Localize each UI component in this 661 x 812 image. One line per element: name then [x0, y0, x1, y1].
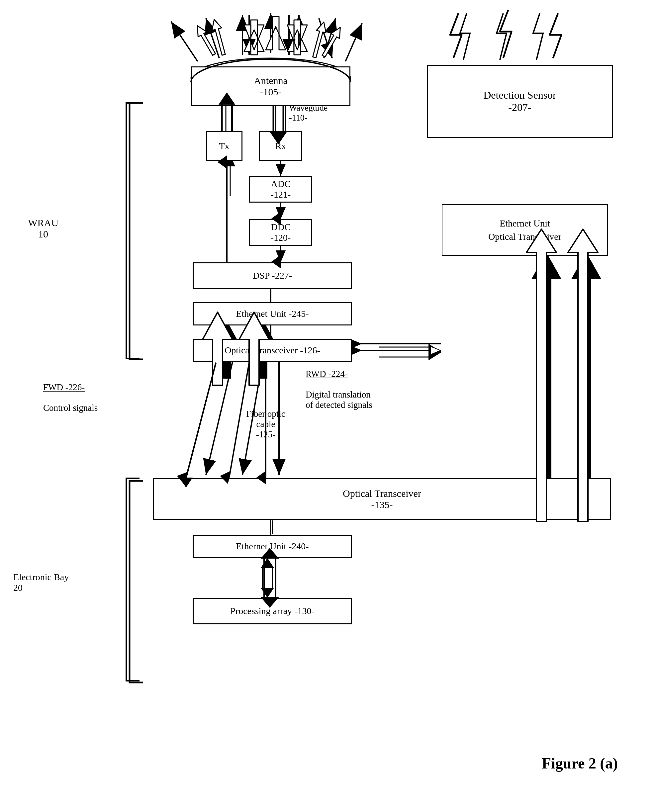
rx-label: Rx: [275, 141, 286, 152]
detection-sensor-box: Detection Sensor -207-: [427, 65, 613, 138]
svg-marker-52: [244, 25, 264, 55]
antenna-label: Antenna -105-: [254, 75, 287, 97]
svg-line-73: [186, 363, 216, 478]
svg-marker-50: [266, 17, 286, 50]
svg-marker-51: [287, 20, 307, 51]
optical-transceiver-135-label: Optical Transceiver -135-: [343, 488, 421, 510]
detection-sensor-label: Detection Sensor -207-: [483, 89, 556, 113]
fiber-optic-label: Fiber optic cable -125-: [233, 399, 299, 440]
svg-marker-81: [527, 229, 556, 522]
svg-line-15: [319, 18, 332, 58]
ethernet-optical-transceiver-box: Ethernet Unit Optical Transceiver: [442, 204, 608, 256]
ddc-label: DDC -120-: [271, 222, 291, 243]
ddc-box: DDC -120-: [249, 219, 312, 246]
adc-label: ADC -121-: [271, 179, 291, 200]
svg-line-7: [206, 18, 219, 58]
svg-line-32: [206, 362, 233, 475]
rx-box: Rx: [259, 131, 302, 161]
svg-marker-57: [310, 21, 329, 59]
processing-array-box: Processing array -130-: [193, 598, 352, 624]
svg-marker-55: [319, 25, 345, 59]
adc-box: ADC -121-: [249, 176, 312, 203]
optical-transceiver-135-box: Optical Transceiver -135-: [153, 478, 611, 520]
waveguide-label: Waveguide -110-: [289, 93, 355, 123]
dsp-box: DSP -227-: [193, 262, 352, 289]
dsp-label: DSP -227-: [253, 270, 292, 281]
svg-line-11: [324, 18, 335, 58]
svg-marker-54: [193, 23, 218, 57]
svg-line-12: [345, 23, 362, 61]
svg-line-6: [171, 22, 198, 61]
ethernet-unit-240-box: Ethernet Unit -240-: [193, 535, 352, 558]
figure-label: Figure 2 (a): [542, 755, 618, 772]
tx-box: Tx: [206, 131, 243, 161]
svg-marker-49: [244, 20, 264, 51]
wrau-label: WRAU 10: [20, 206, 66, 240]
svg-marker-38: [261, 588, 274, 598]
ethernet-unit-240-label: Ethernet Unit -240-: [236, 541, 308, 552]
svg-marker-44: [428, 344, 442, 361]
rwd-label: RWD -224- Digital translationof detected…: [306, 359, 409, 410]
svg-line-71: [186, 363, 216, 478]
ethernet-optical-transceiver-label: Ethernet Unit Optical Transceiver: [488, 217, 561, 243]
svg-marker-85: [431, 346, 441, 355]
processing-array-label: Processing array -130-: [230, 606, 314, 616]
tx-label: Tx: [219, 141, 229, 152]
electronic-bay-label: Electronic Bay 20: [13, 561, 77, 593]
svg-marker-53: [287, 25, 307, 55]
ethernet-unit-245-label: Ethernet Unit -245-: [236, 308, 308, 319]
fwd-label: FWD -226- Control signals: [43, 372, 126, 413]
ethernet-unit-245-box: Ethernet Unit -245-: [193, 302, 352, 325]
svg-marker-82: [568, 229, 598, 522]
svg-marker-87: [352, 340, 362, 348]
optical-transceiver-126-label: Optical Transceiver -126-: [225, 345, 320, 356]
svg-marker-84: [352, 346, 362, 355]
svg-marker-39: [261, 558, 274, 568]
svg-marker-56: [209, 18, 228, 56]
